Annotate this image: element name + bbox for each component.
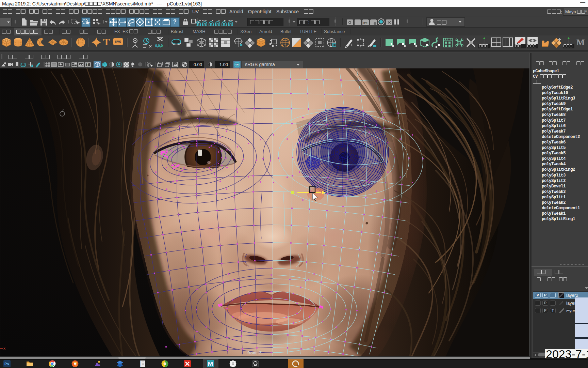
svg-text:ON: ON bbox=[235, 64, 239, 66]
svg-text:front -Z: front -Z bbox=[247, 351, 262, 355]
svg-text:Ps: Ps bbox=[4, 362, 9, 366]
svg-text:x: x bbox=[3, 346, 6, 350]
svg-text:0,0,0: 0,0,0 bbox=[155, 44, 163, 48]
svg-text:T: T bbox=[86, 63, 88, 66]
svg-text:IPR: IPR bbox=[363, 22, 368, 24]
